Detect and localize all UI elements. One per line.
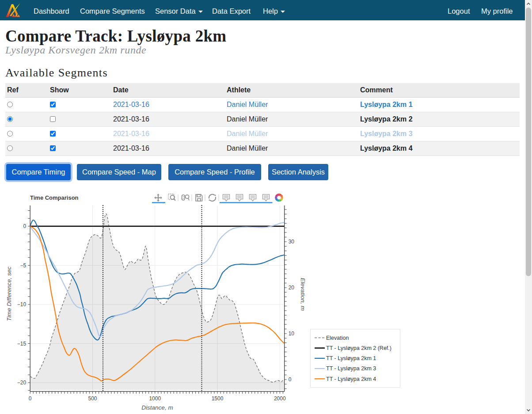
svg-text:0: 0 <box>29 395 32 402</box>
svg-text:−15: −15 <box>17 341 27 347</box>
svg-text:1500: 1500 <box>212 395 224 402</box>
svg-text:Distance, m: Distance, m <box>141 404 173 411</box>
svg-text:Time Comparison: Time Comparison <box>30 194 79 201</box>
svg-text:1000: 1000 <box>149 395 161 402</box>
svg-text:TT - Lysløypa 2km 4: TT - Lysløypa 2km 4 <box>326 376 376 382</box>
svg-text:20: 20 <box>289 285 295 291</box>
svg-text:Elevation: Elevation <box>326 335 349 341</box>
svg-text:500: 500 <box>88 395 97 402</box>
svg-text:2000: 2000 <box>274 395 286 402</box>
svg-text:30: 30 <box>289 239 295 245</box>
svg-text:10: 10 <box>289 330 295 337</box>
svg-text:−10: −10 <box>17 301 27 308</box>
svg-text:TT - Lysløypa 2km 2 (Ref.): TT - Lysløypa 2km 2 (Ref.) <box>326 345 391 351</box>
svg-text:0: 0 <box>23 223 27 229</box>
svg-text:TT - Lysløypa 2km 3: TT - Lysløypa 2km 3 <box>326 365 376 372</box>
svg-text:0: 0 <box>289 376 292 383</box>
svg-text:Elevation, m: Elevation, m <box>300 278 306 311</box>
svg-text:−5: −5 <box>20 262 27 269</box>
svg-text:−20: −20 <box>17 380 27 386</box>
svg-text:TT - Lysløypa 2km 1: TT - Lysløypa 2km 1 <box>326 355 376 361</box>
svg-text:Time Difference, sec: Time Difference, sec <box>6 266 12 321</box>
